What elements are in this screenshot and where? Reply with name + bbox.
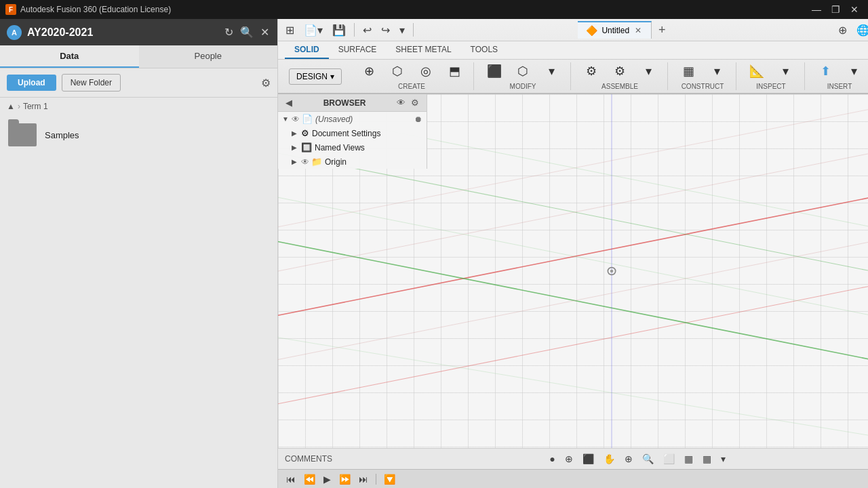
browser-item-action-unsaved[interactable]: ⏺ <box>414 115 422 124</box>
refresh-button[interactable]: ↻ <box>223 24 235 40</box>
inspect-more-button[interactable]: ▾ <box>772 62 799 81</box>
grid-display-button[interactable]: ▦ <box>681 451 696 466</box>
comment-pan-button[interactable]: ⊕ <box>561 451 576 466</box>
zoom-button[interactable]: 🔍 <box>639 451 657 466</box>
assemble-new-button[interactable]: ⚙ <box>578 62 605 81</box>
create-sketch-icon: ⊕ <box>364 65 374 77</box>
comment-snapshot-button[interactable]: ⬛ <box>579 451 597 466</box>
svg-point-11 <box>608 268 615 275</box>
grid-view-button[interactable]: ⊞ <box>282 22 298 39</box>
right-area: ⊞ 📄▾ 💾 ↩ ↪ ▾ 🔶 Untitled ✕ + <box>278 19 868 488</box>
upload-button[interactable]: Upload <box>7 75 56 91</box>
view-options-button[interactable]: ▦ <box>699 451 715 466</box>
assemble-joint-button[interactable]: ⚙ <box>606 62 633 81</box>
add-tab-button[interactable]: + <box>652 23 673 37</box>
extension-button[interactable]: ⊕ <box>835 22 850 39</box>
ribbon-tools-create: ⊕ ⬡ ◎ ⬒ <box>355 62 468 81</box>
browser-item-origin[interactable]: ▶ 👁 📁 Origin <box>278 155 427 169</box>
browser-header-title: BROWSER <box>323 98 366 108</box>
browser-item-named-views[interactable]: ▶ 🔲 Named Views <box>278 140 427 155</box>
ribbon-tools-inspect: 📐 ▾ <box>743 62 799 81</box>
viewport[interactable]: TOP FRONT RIGHT X Y Z ◀ <box>278 94 868 448</box>
browser-eye-unsaved[interactable]: 👁 <box>292 115 300 124</box>
create-more-button[interactable]: ⬒ <box>441 62 468 81</box>
browser-eye-button[interactable]: 👁 <box>395 97 408 108</box>
modify-fillet-icon: ⬡ <box>517 65 528 77</box>
browser-named-views-label: Named Views <box>315 143 365 152</box>
ribbon-tools-construct: ▦ ▾ <box>675 62 730 81</box>
file-menu-button[interactable]: 📄▾ <box>300 22 326 39</box>
doc-tab[interactable]: 🔶 Untitled ✕ <box>578 21 652 39</box>
timeline-end-button[interactable]: ⏭ <box>356 472 371 486</box>
inspect-measure-button[interactable]: 📐 <box>743 62 770 81</box>
comment-record-button[interactable]: ● <box>546 451 558 466</box>
mode-tab-tools[interactable]: TOOLS <box>461 41 507 59</box>
search-button[interactable]: 🔍 <box>239 24 255 40</box>
breadcrumb-term[interactable]: Term 1 <box>23 102 48 111</box>
mode-tab-solid[interactable]: SOLID <box>285 41 329 59</box>
timeline-play-button[interactable]: ▶ <box>321 472 334 486</box>
ribbon-section-modify: ⬛ ⬡ ▾ MODIFY <box>475 62 571 90</box>
create-revolve-button[interactable]: ◎ <box>412 62 439 81</box>
toolbar-top: ⊞ 📄▾ 💾 ↩ ↪ ▾ 🔶 Untitled ✕ + <box>278 19 868 41</box>
svg-line-6 <box>278 227 868 360</box>
modify-fillet-button[interactable]: ⬡ <box>509 62 536 81</box>
online-button[interactable]: 🌐 <box>853 22 868 39</box>
design-dropdown-button[interactable]: DESIGN ▾ <box>289 68 342 85</box>
browser-settings-button[interactable]: ⚙ <box>409 97 421 108</box>
close-panel-button[interactable]: ✕ <box>259 24 271 40</box>
ribbon-section-construct: ▦ ▾ CONSTRUCT <box>669 62 736 90</box>
tab-people[interactable]: People <box>139 45 278 68</box>
titlebar-left: F Autodesk Fusion 360 (Education License… <box>5 4 171 15</box>
mode-tab-sheet-metal[interactable]: SHEET METAL <box>386 41 460 59</box>
fit-window-button[interactable]: ⬜ <box>660 451 678 466</box>
browser-eye-origin[interactable]: 👁 <box>301 157 309 167</box>
timeline-filter-button[interactable]: 🔽 <box>381 472 398 486</box>
redo-button[interactable]: ↪ <box>378 22 393 39</box>
settings-button[interactable]: ⚙ <box>261 77 271 89</box>
ribbon-section-assemble-title: ASSEMBLE <box>601 83 638 90</box>
mode-tab-surface[interactable]: SURFACE <box>329 41 387 59</box>
undo-button[interactable]: ↩ <box>359 22 375 39</box>
minimize-button[interactable]: — <box>808 3 825 16</box>
tab-data[interactable]: Data <box>0 45 139 68</box>
create-sketch-button[interactable]: ⊕ <box>355 62 382 81</box>
maximize-button[interactable]: ❐ <box>827 3 844 16</box>
construct-more-button[interactable]: ▾ <box>703 62 730 81</box>
more-options-button[interactable]: ▾ <box>717 451 729 466</box>
inspect-measure-icon: 📐 <box>749 65 764 77</box>
modify-more-button[interactable]: ▾ <box>538 62 565 81</box>
close-button[interactable]: ✕ <box>846 3 863 16</box>
new-folder-button[interactable]: New Folder <box>62 74 121 92</box>
insert-svg-button[interactable]: ⬆ <box>812 62 839 81</box>
insert-more-button[interactable]: ▾ <box>840 62 867 81</box>
browser-expand-named-views[interactable]: ▶ <box>292 144 301 151</box>
timeline-next-button[interactable]: ⏩ <box>336 472 353 486</box>
timeline-prev-button[interactable]: ⏪ <box>301 472 318 486</box>
comment-hand-button[interactable]: ✋ <box>600 451 618 466</box>
undo-dropdown-button[interactable]: ▾ <box>396 22 408 39</box>
modify-press-pull-icon: ⬛ <box>487 65 502 77</box>
browser-collapse-button[interactable]: ◀ <box>283 97 294 108</box>
construct-plane-icon: ▦ <box>683 65 694 77</box>
assemble-more-button[interactable]: ▾ <box>635 62 662 81</box>
modify-press-pull-button[interactable]: ⬛ <box>481 62 508 81</box>
browser-doc-icon: 📄 <box>302 114 313 124</box>
browser-item-doc-settings[interactable]: ▶ ⚙ Document Settings <box>278 126 427 140</box>
timeline-start-button[interactable]: ⏮ <box>283 472 298 486</box>
main-layout: A AY2020-2021 ↻ 🔍 ✕ Data People Upload N… <box>0 19 868 488</box>
construct-plane-button[interactable]: ▦ <box>675 62 702 81</box>
construct-more-icon: ▾ <box>714 65 720 77</box>
file-name: Samples <box>45 130 79 140</box>
timeline: ⏮ ⏪ ▶ ⏩ ⏭ 🔽 <box>278 469 868 488</box>
comment-orbit-button[interactable]: ⊕ <box>621 451 636 466</box>
browser-expand-unsaved[interactable]: ▼ <box>282 115 292 123</box>
list-item[interactable]: Samples <box>0 118 277 152</box>
breadcrumb-home-icon[interactable]: ▲ <box>7 102 15 111</box>
browser-expand-doc-settings[interactable]: ▶ <box>292 129 301 137</box>
save-button[interactable]: 💾 <box>329 22 349 39</box>
browser-expand-origin[interactable]: ▶ <box>292 158 301 165</box>
browser-item-unsaved[interactable]: ▼ 👁 📄 (Unsaved) ⏺ <box>278 112 427 126</box>
create-extrude-button[interactable]: ⬡ <box>384 62 411 81</box>
close-tab-button[interactable]: ✕ <box>633 26 643 35</box>
